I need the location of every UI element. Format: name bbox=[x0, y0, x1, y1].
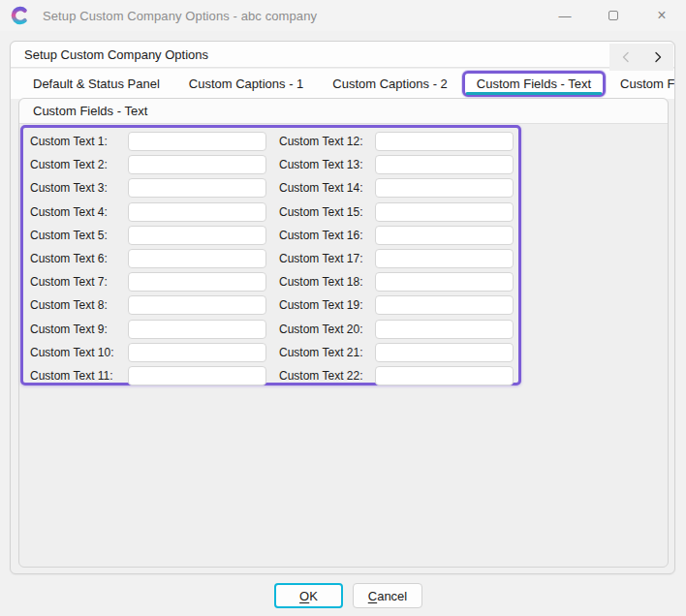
minimize-button[interactable]: — bbox=[546, 0, 584, 31]
field-label: Custom Text 5: bbox=[27, 226, 128, 245]
field-label: Custom Text 9: bbox=[27, 320, 128, 339]
field-label: Custom Text 2: bbox=[27, 155, 128, 174]
custom-text-20-input[interactable] bbox=[375, 320, 514, 339]
column-spacer bbox=[266, 320, 276, 339]
field-label: Custom Text 11: bbox=[27, 366, 128, 385]
custom-text-3-input[interactable] bbox=[128, 178, 266, 198]
tab-custom-captions-2[interactable]: Custom Captions - 2 bbox=[318, 71, 462, 97]
app-logo-icon bbox=[11, 6, 30, 25]
tab-bar: Default & Status PanelCustom Captions - … bbox=[11, 69, 674, 99]
ok-button[interactable]: OK bbox=[274, 583, 343, 608]
custom-text-11-input[interactable] bbox=[128, 366, 266, 385]
custom-text-12-input[interactable] bbox=[375, 132, 514, 151]
tab-custom-fields-text[interactable]: Custom Fields - Text bbox=[462, 71, 606, 97]
custom-text-10-input[interactable] bbox=[128, 343, 266, 362]
column-spacer bbox=[266, 366, 276, 385]
field-label: Custom Text 14: bbox=[276, 178, 375, 198]
custom-text-9-input[interactable] bbox=[128, 320, 266, 339]
tab-label: Custom Captions - 2 bbox=[332, 77, 448, 91]
custom-text-4-input[interactable] bbox=[128, 202, 266, 222]
maximize-button[interactable] bbox=[594, 0, 633, 31]
custom-text-17-input[interactable] bbox=[375, 249, 514, 268]
field-label: Custom Text 4: bbox=[27, 202, 128, 222]
field-label: Custom Text 15: bbox=[276, 202, 375, 222]
column-spacer bbox=[266, 295, 276, 315]
column-spacer bbox=[266, 226, 276, 245]
dialog-title: Setup Custom Company Options bbox=[24, 47, 208, 62]
custom-text-13-input[interactable] bbox=[375, 155, 514, 174]
custom-text-8-input[interactable] bbox=[128, 295, 266, 315]
tab-scroll-next-button[interactable] bbox=[647, 46, 669, 68]
field-label: Custom Text 16: bbox=[276, 226, 375, 245]
window-title: Setup Custom Company Options - abc compa… bbox=[43, 0, 317, 31]
field-label: Custom Text 12: bbox=[276, 132, 375, 151]
column-spacer bbox=[266, 249, 276, 268]
tab-label: Custom Fields - Da bbox=[620, 77, 674, 91]
field-label: Custom Text 13: bbox=[276, 155, 375, 174]
field-label: Custom Text 19: bbox=[276, 295, 375, 315]
custom-text-19-input[interactable] bbox=[375, 295, 514, 315]
custom-text-22-input[interactable] bbox=[375, 366, 514, 385]
fields-highlight-box: Custom Text 1:Custom Text 12:Custom Text… bbox=[20, 125, 521, 385]
field-label: Custom Text 10: bbox=[27, 343, 128, 362]
maximize-icon bbox=[608, 11, 618, 20]
column-spacer bbox=[266, 202, 276, 222]
custom-text-5-input[interactable] bbox=[128, 226, 266, 245]
close-button[interactable]: × bbox=[642, 0, 681, 31]
custom-text-6-input[interactable] bbox=[128, 249, 266, 268]
fields-grid: Custom Text 1:Custom Text 12:Custom Text… bbox=[23, 128, 518, 385]
custom-text-18-input[interactable] bbox=[375, 272, 514, 292]
field-label: Custom Text 18: bbox=[276, 272, 375, 292]
custom-text-15-input[interactable] bbox=[375, 202, 514, 222]
chevron-right-icon bbox=[652, 51, 664, 63]
column-spacer bbox=[266, 343, 276, 362]
tab-scroll-prev-button[interactable] bbox=[615, 46, 637, 68]
minimize-icon: — bbox=[559, 9, 572, 23]
fields-panel: Custom Fields - Text Custom Text 1:Custo… bbox=[18, 98, 669, 568]
tab-label: Custom Fields - Text bbox=[477, 77, 591, 91]
chevron-left-icon bbox=[620, 51, 632, 63]
tab-label: Custom Captions - 1 bbox=[189, 77, 304, 91]
custom-text-16-input[interactable] bbox=[375, 226, 514, 245]
options-dialog: Setup Custom Company Options Default & S… bbox=[10, 41, 675, 574]
custom-text-7-input[interactable] bbox=[128, 272, 266, 292]
field-label: Custom Text 1: bbox=[27, 132, 128, 151]
tab-scroller bbox=[609, 44, 673, 71]
cancel-button[interactable]: Cancel bbox=[353, 583, 422, 608]
window-titlebar: Setup Custom Company Options - abc compa… bbox=[0, 0, 686, 31]
column-spacer bbox=[266, 155, 276, 174]
field-label: Custom Text 7: bbox=[27, 272, 128, 292]
panel-title: Custom Fields - Text bbox=[33, 104, 147, 118]
tab-custom-fields-da[interactable]: Custom Fields - Da bbox=[606, 71, 674, 97]
tab-custom-captions-1[interactable]: Custom Captions - 1 bbox=[174, 71, 319, 97]
column-spacer bbox=[266, 272, 276, 292]
dialog-header: Setup Custom Company Options bbox=[11, 42, 674, 68]
field-label: Custom Text 3: bbox=[27, 178, 128, 198]
tab-default-status-panel[interactable]: Default & Status Panel bbox=[18, 71, 174, 97]
panel-header: Custom Fields - Text bbox=[19, 99, 668, 124]
column-spacer bbox=[266, 132, 276, 151]
field-label: Custom Text 6: bbox=[27, 249, 128, 268]
custom-text-14-input[interactable] bbox=[375, 178, 514, 198]
field-label: Custom Text 20: bbox=[276, 320, 375, 339]
field-label: Custom Text 22: bbox=[276, 366, 375, 385]
custom-text-1-input[interactable] bbox=[128, 132, 266, 151]
custom-text-21-input[interactable] bbox=[375, 343, 514, 362]
column-spacer bbox=[266, 178, 276, 198]
field-label: Custom Text 17: bbox=[276, 249, 375, 268]
custom-text-2-input[interactable] bbox=[128, 155, 266, 174]
close-icon: × bbox=[657, 7, 666, 24]
tab-label: Default & Status Panel bbox=[33, 77, 160, 91]
field-label: Custom Text 21: bbox=[276, 343, 375, 362]
field-label: Custom Text 8: bbox=[27, 295, 128, 315]
